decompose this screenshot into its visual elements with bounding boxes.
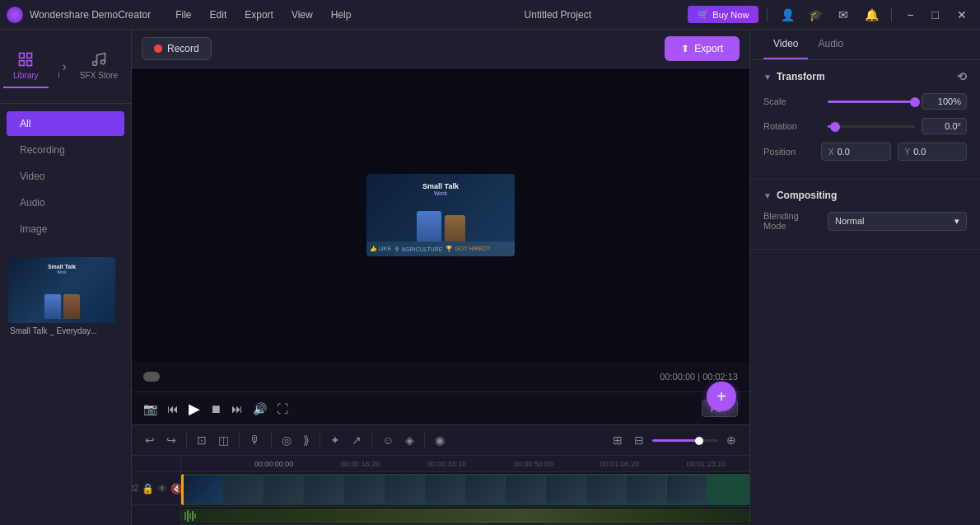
lock-icon[interactable]: 🔒: [142, 483, 154, 495]
bell-icon-btn[interactable]: 🔔: [860, 3, 883, 26]
tl-divider-3: [271, 433, 272, 448]
library-icon: [17, 51, 34, 68]
project-title: Untitled Project: [427, 9, 688, 21]
zoom-controls: ⊞ ⊟ ⊕: [609, 430, 740, 450]
scale-thumb[interactable]: [910, 97, 920, 107]
rotation-input[interactable]: [922, 118, 967, 134]
track-thumb-8: [506, 476, 545, 504]
track-labels: 02 🔒 👁 🔇: [132, 456, 181, 525]
zoom-in-button[interactable]: ⊞: [609, 430, 626, 450]
position-x-input[interactable]: X 0.0: [821, 143, 891, 161]
emoji-button[interactable]: ☺: [379, 430, 397, 450]
trim-button[interactable]: ◫: [215, 430, 232, 450]
track-label-02: 02 🔒 👁 🔇: [132, 472, 180, 505]
tl-divider-6: [424, 433, 425, 448]
compositing-collapse-icon[interactable]: ▼: [763, 191, 772, 200]
small-talk-thumbnail: Small Talk Work: [8, 257, 115, 323]
tabs-more-arrow[interactable]: ›: [59, 56, 70, 77]
sidebar-item-image[interactable]: Image: [7, 217, 124, 241]
skip-forward-button[interactable]: ⏭: [231, 402, 243, 415]
timeline-ruler: 00:00:00:00 00:00:16:20 00:00:33:10 00:0…: [181, 456, 749, 472]
undo-button[interactable]: ↩: [142, 430, 158, 450]
video-preview-thumbnail: Small Talk Work 👍 LIKE 🎙 AGRICULTURE 🏆: [366, 174, 515, 256]
sidebar-item-audio[interactable]: Audio: [7, 190, 124, 215]
zoom-track[interactable]: [652, 439, 718, 442]
main-layout: Library Effects Transitions Annotati... …: [0, 30, 980, 525]
panel-tab-audio[interactable]: Audio: [808, 30, 853, 59]
media-thumb-0[interactable]: Small Talk Work Small Talk _ Everyday...: [7, 255, 124, 337]
tab-library[interactable]: Library: [3, 45, 49, 88]
menu-help[interactable]: Help: [323, 6, 360, 24]
menu-bar: File Edit Export View Help: [167, 6, 427, 24]
divider: [767, 8, 768, 21]
audio-track: [181, 507, 749, 525]
avatar-button[interactable]: ◉: [432, 430, 448, 450]
menu-view[interactable]: View: [283, 6, 321, 24]
cam-button[interactable]: ◎: [278, 430, 295, 450]
arrow-button[interactable]: ↗: [348, 430, 365, 450]
eye-icon[interactable]: 👁: [157, 483, 167, 495]
export-button[interactable]: ⬆ Export: [665, 36, 740, 61]
svg-point-7: [100, 60, 105, 64]
mail-icon-btn[interactable]: ✉: [832, 3, 855, 26]
zoom-fill: [652, 439, 698, 442]
close-button[interactable]: ✕: [950, 8, 973, 21]
volume-button[interactable]: 🔊: [253, 402, 267, 415]
transform-reset-button[interactable]: ⟲: [957, 70, 967, 83]
fullscreen-button[interactable]: ⛶: [277, 402, 288, 415]
scale-fill: [828, 101, 915, 103]
position-y-input[interactable]: Y 0.0: [898, 143, 968, 161]
skip-back-button[interactable]: ⏮: [167, 402, 179, 415]
add-media-button[interactable]: +: [707, 382, 736, 411]
track-thumb-10: [586, 476, 626, 504]
bottom-area: ↩ ↪ ⊡ ◫ 🎙 ◎ ⟫ ✦ ↗ ☺ ◈ ◉ ⊞: [132, 424, 749, 525]
sticker-button[interactable]: ◈: [402, 430, 418, 450]
tab-effects[interactable]: Effects: [49, 45, 59, 88]
effects-tl-button[interactable]: ✦: [327, 430, 343, 450]
record-button[interactable]: Record: [142, 37, 212, 60]
blending-mode-select[interactable]: Normal ▾: [828, 212, 967, 231]
minimize-button[interactable]: −: [900, 8, 920, 21]
crop-button[interactable]: ⊡: [194, 430, 210, 450]
snapshot-button[interactable]: 📷: [143, 402, 157, 415]
compositing-section: ▼ Compositing Blending Mode Normal ▾: [750, 180, 980, 250]
menu-file[interactable]: File: [167, 6, 199, 24]
zoom-add-button[interactable]: ⊕: [723, 430, 740, 450]
tab-sfx[interactable]: SFX Store: [70, 45, 128, 88]
sidebar-item-video[interactable]: Video: [7, 164, 124, 189]
buy-now-button[interactable]: 🛒 Buy Now: [688, 6, 758, 23]
position-inputs: X 0.0 Y 0.0: [821, 143, 967, 161]
transform-collapse-icon[interactable]: ▼: [763, 73, 772, 82]
play-button[interactable]: ▶: [189, 400, 200, 418]
menu-edit[interactable]: Edit: [202, 6, 236, 24]
track-thumb-9: [546, 476, 586, 504]
zoom-out-button[interactable]: ⊟: [631, 430, 647, 450]
video-track: [181, 472, 749, 507]
transform-section: ▼ Transform ⟲ Scale Rotation: [750, 60, 980, 180]
scale-slider[interactable]: [828, 101, 915, 103]
sidebar-item-all[interactable]: All: [7, 111, 124, 136]
blending-row: Blending Mode Normal ▾: [763, 211, 967, 231]
video-track-content[interactable]: [181, 474, 749, 505]
track-thumb-0: [183, 476, 222, 504]
profile-icon-btn[interactable]: 👤: [776, 3, 799, 26]
stop-button[interactable]: ⏹: [210, 402, 222, 415]
scale-slider-container: [828, 101, 915, 103]
audio-track-content[interactable]: [181, 509, 749, 523]
rotation-thumb[interactable]: [830, 122, 840, 132]
rotation-slider[interactable]: [828, 125, 915, 128]
sidebar-item-recording[interactable]: Recording: [7, 138, 124, 162]
speed-button[interactable]: ⟫: [300, 430, 313, 450]
ruler-mark-4: 00:01:06:20: [576, 460, 663, 468]
graduation-icon-btn[interactable]: 🎓: [804, 3, 827, 26]
menu-export[interactable]: Export: [236, 6, 282, 24]
maximize-button[interactable]: □: [926, 8, 945, 21]
sfx-icon: [91, 51, 107, 68]
redo-button[interactable]: ↪: [163, 430, 180, 450]
zoom-thumb[interactable]: [695, 437, 703, 445]
playback-indicator: [143, 372, 160, 382]
right-panel: Video Audio ▼ Transform ⟲ Scale: [749, 30, 980, 525]
panel-tab-video[interactable]: Video: [763, 30, 808, 59]
mic-button[interactable]: 🎙: [246, 430, 264, 450]
scale-input[interactable]: [922, 93, 967, 110]
